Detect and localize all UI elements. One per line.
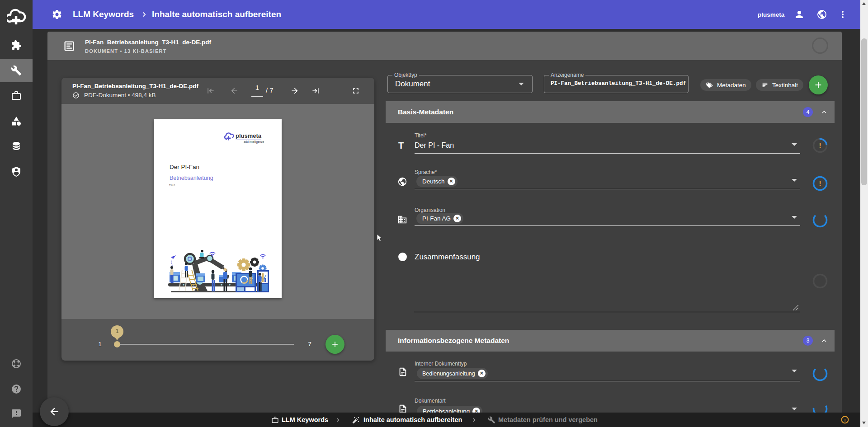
svg-text:!: ! xyxy=(844,418,845,422)
svg-text:!: ! xyxy=(819,179,821,188)
svg-text:!: ! xyxy=(819,141,821,150)
